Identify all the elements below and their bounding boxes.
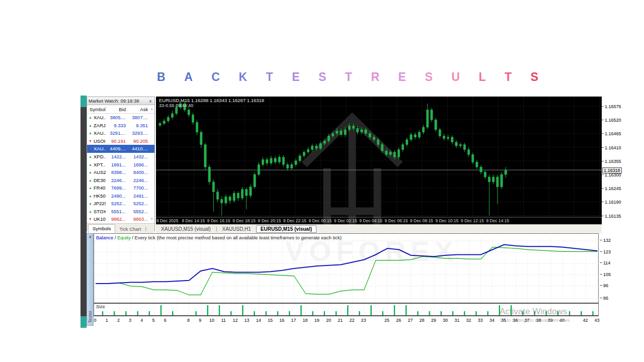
symbol-name: FR40 [94,185,106,191]
time-axis-label: 8 Dec 20:15 [258,218,281,223]
market-watch-row[interactable]: ▲AUS2008398...8400... [87,168,154,176]
market-watch-row[interactable]: ▲DE302246...2246... [87,176,154,184]
ask-value: 8400... [127,169,149,175]
market-watch-rows: ▲XAU...3805....3807....▲ZARJPY9.3339.351… [87,114,154,223]
market-watch-row[interactable]: ▲XAU...3291....3293.... [87,129,154,137]
arrow-down-icon: ▼ [87,217,94,221]
market-watch-title: Market Watch: 09:18:38 [89,98,148,104]
chart-tab-xauusd-h1[interactable]: XAUUSD,H1 [217,226,256,232]
column-symbol[interactable]: Symbol [87,107,106,112]
candlestick-chart[interactable]: EURUSD,M15 1.16288 1.16343 1.16287 1.163… [156,97,602,224]
chart-tab-eurusd-m15-visual-[interactable]: EURUSD,M15 (visual) [256,225,316,233]
symbol-name: XPT... [94,162,106,167]
trade-number-label: 27 [408,318,413,323]
chart-tab-xauusd-m15-visual-[interactable]: XAUUSD,M15 (visual) [156,226,216,232]
market-watch-row[interactable]: ▲HK502490...2491... [87,192,154,200]
trade-number-label: 3 [129,318,131,323]
market-watch-row[interactable]: ▲JP2255252...5252... [87,200,154,208]
time-axis-label: 9 Dec 10:15 [435,218,458,223]
price-axis[interactable]: 1.165751.165201.164651.164101.163551.163… [602,97,628,224]
ask-value: 1432... [127,154,149,159]
title-letter: R [371,70,379,84]
symbol-name: STOX... [94,209,106,214]
ask-value: 9.351 [127,123,149,128]
bid-value: 8398... [106,169,127,175]
title-letter: T [505,70,512,84]
market-watch-row[interactable]: ▲FR407699...7700... [87,184,154,192]
trade-number-label: 20 [326,318,331,323]
market-watch-tab-symbols[interactable]: Symbols [88,224,115,233]
trade-number-label: 23 [361,318,366,323]
trade-number-label: 21 [338,318,343,323]
balance-axis-label: 96 [603,283,608,288]
title-letter: A [184,70,193,84]
bid-value: 1891... [106,162,127,167]
time-axis-label: 9 Dec 14:15 [486,218,509,223]
market-watch-row[interactable]: ▲STOX...5551...5552... [87,208,154,216]
column-bid[interactable]: Bid [106,107,127,112]
market-watch-tab-tick-chart[interactable]: Tick Chart [115,225,145,233]
market-watch-row[interactable]: ▲ZARJPY9.3339.351 [87,122,154,130]
close-icon[interactable]: x [148,99,153,104]
symbol-name: XAU... [94,130,106,136]
market-watch-row[interactable]: ▲XAU...3805....3807.... [87,114,154,122]
title-letter: C [211,70,220,84]
candlestick-canvas [156,97,602,224]
time-axis-label: 9 Dec 08:15 [410,218,433,223]
symbol-name: JP225 [94,201,106,206]
title-letter: E [292,70,299,84]
bid-value: 90.191 [106,138,127,144]
ask-value: 9863... [127,216,149,222]
arrow-down-icon: ▼ [87,147,94,150]
trade-number-label: 5 [152,318,154,323]
balance-axis-label: 123 [603,249,611,254]
arrow-up-icon: ▲ [87,186,94,190]
scroll-down-icon[interactable]: ˅ [149,217,154,221]
trade-number-label: 12 [232,318,237,323]
scroll-up-icon[interactable]: ˄ [149,107,154,112]
title-letter: B [157,70,166,84]
market-watch-row[interactable]: ▼UK1009862...9863...˅ [87,215,154,223]
price-axis-label: 1.16575 [605,104,621,109]
trade-number-label: 42 [583,318,588,323]
bid-value: 4409.... [106,146,127,151]
trade-number-label: 43 [595,318,600,323]
bid-value: 5252... [106,201,127,206]
trade-number-label: 0 [94,318,96,323]
arrow-up-icon: ▲ [87,124,94,127]
ask-value: 2246... [127,177,149,183]
ask-value: 4410.... [127,146,149,151]
arrow-up-icon: ▲ [87,155,94,158]
tester-close-icon[interactable]: x [87,234,93,239]
metatrader-backtest-screen: BACKTESTRESULTS Market Watch: 09:18:38 x… [0,0,644,362]
price-axis-label: 1.16355 [605,159,621,164]
time-axis-label: 8 Dec 16:15 [207,218,230,223]
trade-number-label: 2 [117,318,120,323]
symbol-name: UK100 [94,216,106,222]
market-watch-row[interactable]: ▲XPD...1422...1432... [87,153,154,161]
trade-number-label: 25 [384,318,389,323]
market-watch-row[interactable]: ▼USOIL90.19190.205 [87,137,154,145]
market-watch-row[interactable]: ▼XAU...4409....4410.... [87,145,154,153]
time-axis-label: 8 Dec 14:15 [182,218,205,223]
bid-value: 2246... [106,177,127,183]
market-watch-tabs: SymbolsTick Chart| [87,223,154,233]
symbol-name: ZARJPY [94,123,106,128]
market-watch-row[interactable]: ▲XPT...1891...1896... [87,160,154,168]
trade-number-label: 9 [199,318,201,323]
time-axis-label: 9 Dec 06:15 [385,218,408,223]
graph-legend: Balance / Equity / Every tick (the most … [96,235,342,240]
title-letter: S [318,70,326,84]
arrow-up-icon: ▲ [87,116,94,119]
tester-panel-label: Tester [88,311,93,323]
chart-tab-bar: XAUUSD,M15 (visual)|XAUUSD,H1EURUSD,M15 … [156,224,602,233]
tab-separator: | [145,226,146,231]
price-axis-label: 1.16465 [605,131,621,136]
balance-equity-graph[interactable]: Balance / Equity / Every tick (the most … [94,233,599,303]
ask-value: 1896... [127,162,149,167]
title-letter: T [266,70,273,84]
trade-number-label: 15 [268,318,273,323]
market-watch-header: Symbol Bid Ask ˄ [87,105,154,114]
column-ask[interactable]: Ask [127,107,149,112]
method-text: / Every tick (the most precise method ba… [132,235,342,240]
